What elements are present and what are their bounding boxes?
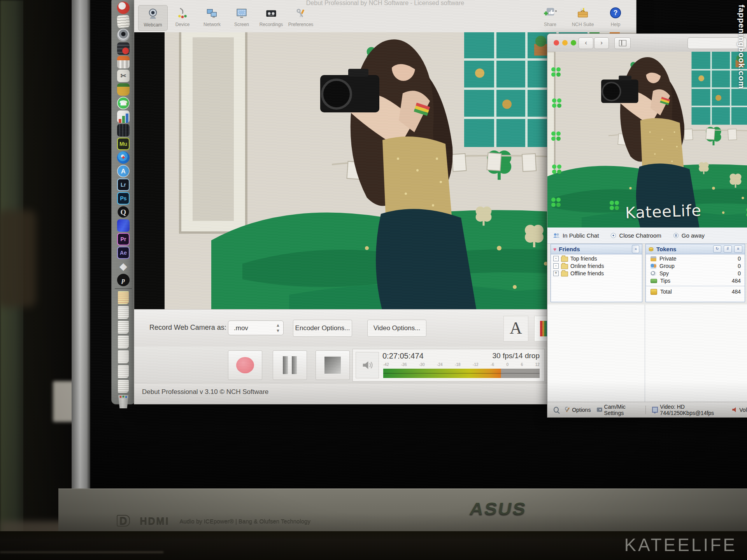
share-button[interactable]: Share (536, 5, 565, 31)
minimized-document[interactable] (117, 335, 129, 349)
dock-apps: ✂☎Mu✦ALrPsQPrAe◆p (112, 2, 135, 286)
tab-device[interactable]: Device (168, 5, 197, 31)
volume-control[interactable]: Volume (732, 407, 747, 413)
friends-header[interactable]: ♥ Friends « (551, 244, 642, 254)
video-options-button[interactable]: Video Options... (367, 320, 426, 337)
adobe-photoshop-icon[interactable]: Ps (117, 192, 130, 205)
close-traffic-light[interactable] (554, 40, 559, 46)
stats-button[interactable]: # (724, 245, 732, 253)
minimize-traffic-light[interactable] (562, 40, 568, 46)
friends-group-row[interactable]: +Offline friends (551, 269, 642, 276)
clover-overlay-icon (552, 164, 556, 169)
whatsapp-icon[interactable]: ☎ (117, 97, 130, 109)
help-question-icon: ? (610, 7, 621, 20)
sidebar-toggle-button[interactable] (614, 37, 631, 49)
red-media-app-icon[interactable] (117, 2, 130, 14)
button-label: Go away (682, 232, 705, 239)
in-public-chat-button[interactable]: In Public Chat (553, 232, 599, 239)
calculator-app-icon[interactable] (117, 56, 130, 68)
pause-circle-icon (673, 233, 679, 238)
tab-label: Preferences (288, 22, 314, 27)
collapse-button[interactable]: « (632, 245, 639, 253)
separator (645, 406, 646, 414)
share-thumbs-up-icon (544, 7, 557, 20)
tab-recordings[interactable]: Recordings (256, 5, 286, 31)
stepper-chevrons-icon[interactable]: ▲▼ (276, 322, 280, 333)
tokens-value: 484 (732, 278, 741, 284)
button-label: Options (572, 407, 591, 413)
notes-app-icon[interactable] (117, 15, 130, 28)
cam-mic-settings-button[interactable]: Cam/Mic Settings (597, 404, 639, 416)
adobe-lightroom-icon[interactable]: Lr (117, 178, 130, 191)
adobe-after-effects-icon[interactable]: Ae (117, 247, 130, 259)
spy-icon (651, 271, 656, 276)
tree-expander[interactable]: - (553, 263, 559, 269)
safari-icon[interactable]: ✦ (117, 151, 130, 164)
chat-titlebar[interactable]: ‹ › (547, 34, 747, 52)
tab-webcam[interactable]: Webcam (138, 5, 168, 31)
forward-button[interactable]: › (594, 37, 609, 49)
chat-message-area[interactable] (547, 304, 747, 402)
blue-3d-app-icon[interactable] (117, 219, 130, 232)
refresh-button[interactable]: ↻ (713, 245, 721, 253)
meter-tick-label: -30 (419, 362, 424, 367)
minimized-document[interactable] (117, 365, 129, 378)
audio-meter-panel: 0:27:05:474 30 fps/14 drop -42-36-30-24-… (352, 349, 545, 382)
minimized-document[interactable] (117, 291, 129, 304)
list-button[interactable]: ≡ (734, 245, 742, 253)
trash-icon[interactable] (117, 395, 129, 408)
meter-tick-label: -36 (401, 362, 407, 367)
bar-chart-app-icon[interactable] (117, 110, 130, 123)
close-chatroom-button[interactable]: Close Chatroom (610, 232, 661, 239)
folder-icon (561, 264, 568, 269)
format-select[interactable]: .mov ▲▼ (228, 320, 284, 335)
quicktime-icon[interactable]: Q (117, 206, 130, 218)
zoom-traffic-light[interactable] (571, 40, 576, 46)
stop-button[interactable] (316, 350, 350, 380)
processing-icon[interactable]: p (117, 274, 130, 286)
meter-tick-label: -12 (473, 362, 478, 367)
tokens-header[interactable]: Tokens ↻ # ≡ (646, 244, 745, 254)
minimized-document[interactable] (117, 306, 129, 319)
unity-icon[interactable]: ◆ (117, 260, 130, 273)
record-button[interactable] (228, 350, 262, 380)
help-button[interactable]: ? Help (601, 5, 630, 31)
webcam-app-icon[interactable] (117, 29, 130, 41)
debut-right-tools: Share NCH Suite ? Help (536, 5, 630, 31)
adobe-muse-icon[interactable]: Mu (117, 138, 130, 150)
minimized-document[interactable] (117, 350, 129, 364)
app-store-icon[interactable]: A (117, 165, 130, 177)
tokens-panel: Tokens ↻ # ≡ Private0Group0Spy0Tips484To… (645, 244, 745, 302)
tools-icon (295, 7, 307, 21)
pause-button[interactable] (273, 350, 307, 380)
panel-divider (645, 304, 645, 402)
friends-group-row[interactable]: -Online friends (551, 262, 642, 269)
tab-preferences[interactable]: Preferences (286, 5, 316, 31)
speaker-mute-button[interactable] (356, 352, 379, 378)
monitor-icon (652, 407, 658, 413)
adobe-premiere-icon[interactable]: Pr (117, 233, 130, 245)
back-button[interactable]: ‹ (579, 37, 593, 49)
minimized-document[interactable] (117, 380, 129, 393)
tab-screen[interactable]: Screen (227, 5, 256, 31)
text-overlay-button[interactable]: A (503, 316, 528, 341)
meter-scale: -42-36-30-24-18-12-60612 (383, 362, 540, 367)
tool-label: Help (611, 22, 621, 27)
tree-expander[interactable]: - (553, 256, 559, 261)
cocktail-pineapple-app-icon[interactable] (117, 83, 130, 96)
screen-capture-icon (236, 7, 247, 21)
screen-recorder-app-icon[interactable] (117, 42, 130, 55)
encoder-options-button[interactable]: Encoder Options... (293, 320, 352, 337)
chat-actions: In Public Chat Close Chatroom Go away (547, 228, 747, 244)
tab-network[interactable]: Network (197, 5, 227, 31)
shopping-scissors-app-icon[interactable]: ✂ (117, 70, 130, 82)
go-away-button[interactable]: Go away (673, 232, 705, 239)
tree-expander[interactable]: + (553, 271, 559, 276)
options-button[interactable]: Options (565, 407, 591, 413)
nch-suite-button[interactable]: NCH Suite (568, 5, 597, 31)
video-editor-app-icon[interactable] (117, 124, 130, 136)
minimized-document[interactable] (117, 320, 129, 334)
friends-group-row[interactable]: -Top friends (551, 254, 642, 262)
monitor-screen: ✂☎Mu✦ALrPsQPrAe◆p Debut Professional by … (90, 0, 747, 488)
magnifier-icon[interactable] (554, 407, 559, 413)
